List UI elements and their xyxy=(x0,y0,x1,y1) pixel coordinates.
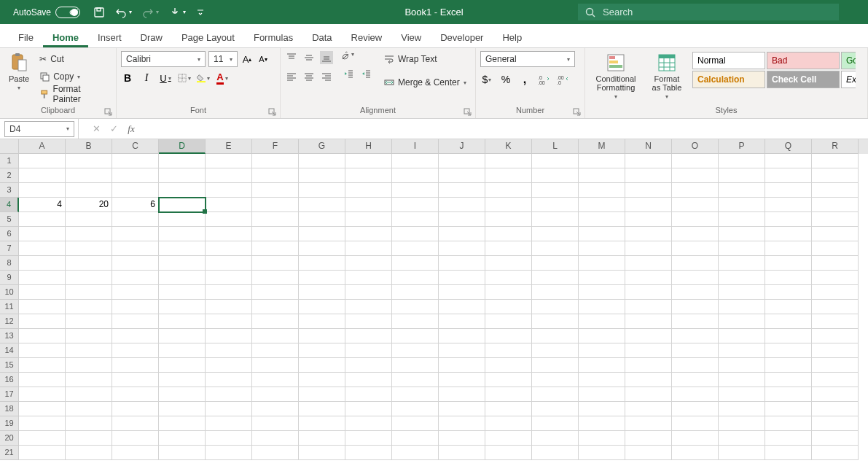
cell[interactable] xyxy=(159,256,206,271)
cell[interactable] xyxy=(345,212,392,227)
cell[interactable] xyxy=(299,402,345,416)
cell[interactable] xyxy=(532,241,579,256)
cell[interactable] xyxy=(719,431,765,446)
cell[interactable] xyxy=(299,183,345,198)
cell[interactable] xyxy=(625,198,672,212)
cell[interactable] xyxy=(579,402,625,416)
cell[interactable] xyxy=(765,329,812,343)
cell[interactable] xyxy=(66,241,112,256)
row-header[interactable]: 16 xyxy=(0,373,19,387)
bold-button[interactable]: B xyxy=(121,71,134,85)
style-explanatory[interactable]: Ex xyxy=(841,71,856,88)
orientation-button[interactable]: ⦲▾ xyxy=(342,51,372,61)
cell[interactable] xyxy=(252,402,299,416)
cell[interactable] xyxy=(66,402,112,416)
cell[interactable] xyxy=(345,402,392,416)
cell[interactable] xyxy=(719,343,765,358)
row-header[interactable]: 19 xyxy=(0,416,19,431)
redo-button[interactable]: ▾ xyxy=(142,7,159,18)
cell[interactable] xyxy=(439,300,485,314)
column-header[interactable]: R xyxy=(812,139,859,154)
cell[interactable] xyxy=(579,343,625,358)
cell[interactable] xyxy=(579,183,625,198)
cell[interactable] xyxy=(206,416,252,431)
cell[interactable] xyxy=(812,402,859,416)
cell[interactable] xyxy=(485,431,532,446)
cell[interactable] xyxy=(112,387,159,402)
merge-center-button[interactable]: Merge & Center▾ xyxy=(381,74,469,90)
increase-decimal-icon[interactable]: .0.00 xyxy=(537,73,550,86)
cell[interactable] xyxy=(252,227,299,241)
column-header[interactable]: J xyxy=(439,139,485,154)
cell[interactable] xyxy=(206,329,252,343)
cell[interactable] xyxy=(252,154,299,168)
cell[interactable] xyxy=(392,154,439,168)
cell[interactable] xyxy=(672,183,719,198)
cell[interactable] xyxy=(252,431,299,446)
cell[interactable] xyxy=(485,387,532,402)
cell[interactable] xyxy=(159,154,206,168)
cell[interactable] xyxy=(719,416,765,431)
underline-button[interactable]: U▾ xyxy=(159,71,172,85)
cell[interactable] xyxy=(532,329,579,343)
cell[interactable] xyxy=(252,314,299,329)
cell[interactable] xyxy=(345,329,392,343)
cell[interactable] xyxy=(19,300,66,314)
cell[interactable] xyxy=(392,212,439,227)
column-header[interactable]: K xyxy=(485,139,532,154)
cell[interactable] xyxy=(625,212,672,227)
cell[interactable] xyxy=(392,446,439,460)
cell[interactable] xyxy=(625,183,672,198)
cell[interactable] xyxy=(439,241,485,256)
cell[interactable] xyxy=(719,314,765,329)
cell[interactable] xyxy=(19,212,66,227)
cell[interactable] xyxy=(485,373,532,387)
cell[interactable] xyxy=(625,285,672,300)
percent-format-icon[interactable]: % xyxy=(499,73,512,86)
cell[interactable] xyxy=(299,446,345,460)
row-header[interactable]: 3 xyxy=(0,183,19,198)
cell[interactable] xyxy=(345,416,392,431)
cell[interactable] xyxy=(299,271,345,285)
cell[interactable] xyxy=(345,446,392,460)
cell[interactable] xyxy=(812,416,859,431)
cell[interactable] xyxy=(812,212,859,227)
cell[interactable] xyxy=(579,271,625,285)
cell[interactable] xyxy=(579,256,625,271)
cell[interactable] xyxy=(672,387,719,402)
number-format-select[interactable]: General▾ xyxy=(480,51,575,67)
cell[interactable] xyxy=(579,358,625,373)
cell[interactable] xyxy=(672,227,719,241)
cell[interactable] xyxy=(765,343,812,358)
cell[interactable] xyxy=(392,343,439,358)
cell[interactable] xyxy=(812,227,859,241)
cell[interactable] xyxy=(66,183,112,198)
cell[interactable] xyxy=(579,285,625,300)
align-left-icon[interactable] xyxy=(285,70,298,83)
decrease-indent-icon[interactable] xyxy=(342,67,355,80)
cell[interactable] xyxy=(672,256,719,271)
cell[interactable] xyxy=(439,387,485,402)
column-header[interactable]: H xyxy=(345,139,392,154)
cell[interactable] xyxy=(112,402,159,416)
cell[interactable] xyxy=(485,183,532,198)
cell[interactable] xyxy=(485,154,532,168)
cell[interactable] xyxy=(19,402,66,416)
cell[interactable] xyxy=(392,227,439,241)
cell[interactable] xyxy=(66,329,112,343)
cell[interactable] xyxy=(299,285,345,300)
comma-format-icon[interactable]: , xyxy=(518,73,531,86)
column-header[interactable]: D xyxy=(159,139,206,154)
cell[interactable] xyxy=(439,373,485,387)
cell[interactable] xyxy=(345,343,392,358)
cell[interactable] xyxy=(625,314,672,329)
cell[interactable] xyxy=(252,358,299,373)
row-header[interactable]: 5 xyxy=(0,212,19,227)
cell[interactable] xyxy=(299,416,345,431)
cell[interactable] xyxy=(812,183,859,198)
cell[interactable] xyxy=(112,168,159,183)
cell[interactable] xyxy=(532,402,579,416)
cell[interactable] xyxy=(765,300,812,314)
cell[interactable] xyxy=(299,373,345,387)
cell[interactable] xyxy=(532,154,579,168)
